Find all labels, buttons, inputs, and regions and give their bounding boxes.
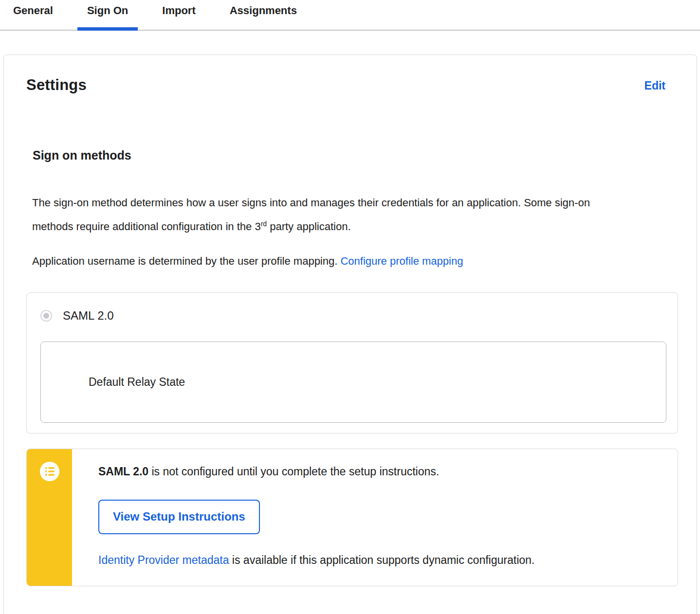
saml-setup-callout: SAML 2.0 is not configured until you com…	[26, 449, 678, 586]
username-mapping-text: Application username is determined by th…	[32, 255, 340, 267]
username-mapping-paragraph: Application username is determined by th…	[32, 249, 599, 273]
saml-radio-row: SAML 2.0	[40, 309, 678, 323]
description-text-tail: party application.	[267, 220, 350, 233]
callout-message-rest: is not configured until you complete the…	[148, 465, 439, 478]
callout-message-bold: SAML 2.0	[98, 465, 148, 478]
tab-sign-on[interactable]: Sign On	[77, 0, 138, 30]
default-relay-state-box: Default Relay State	[40, 342, 666, 423]
saml-panel: SAML 2.0 Default Relay State	[26, 292, 678, 433]
saml-radio[interactable]	[40, 310, 52, 322]
sign-on-methods-description: The sign-on method determines how a user…	[32, 191, 599, 238]
tab-assignments[interactable]: Assignments	[220, 0, 307, 30]
default-relay-state-label: Default Relay State	[89, 376, 185, 389]
sign-on-methods-heading: Sign on methods	[33, 148, 697, 163]
page-title: Settings	[26, 76, 87, 94]
saml-radio-label: SAML 2.0	[63, 309, 114, 323]
app-tabs: General Sign On Import Assignments	[0, 0, 700, 31]
settings-card-header: Settings Edit	[4, 55, 697, 94]
callout-warning-strip	[27, 449, 72, 586]
tab-import[interactable]: Import	[152, 0, 205, 30]
identity-provider-metadata-link[interactable]: Identity Provider metadata	[98, 554, 229, 566]
list-icon	[40, 462, 59, 481]
view-setup-instructions-button[interactable]: View Setup Instructions	[98, 500, 260, 534]
callout-footer-rest: is available if this application support…	[229, 554, 534, 566]
callout-message: SAML 2.0 is not configured until you com…	[98, 465, 658, 478]
configure-profile-mapping-link[interactable]: Configure profile mapping	[340, 255, 463, 267]
settings-card: Settings Edit Sign on methods The sign-o…	[3, 54, 697, 614]
callout-footer: Identity Provider metadata is available …	[98, 554, 658, 567]
callout-body: SAML 2.0 is not configured until you com…	[72, 449, 678, 586]
description-superscript: rd	[261, 220, 267, 228]
tab-general[interactable]: General	[3, 0, 63, 30]
edit-link[interactable]: Edit	[645, 79, 665, 92]
